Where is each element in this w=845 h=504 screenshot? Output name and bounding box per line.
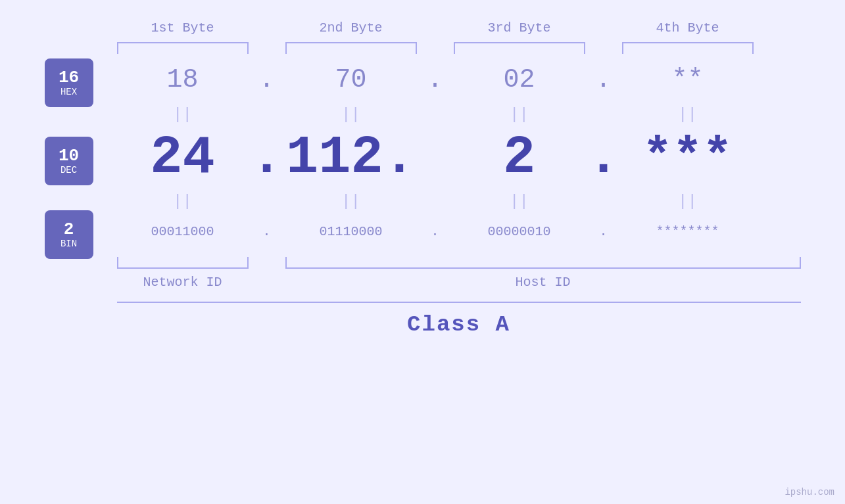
host-bottom-bracket [285, 257, 801, 269]
bin-b1: 00011000 [117, 224, 249, 239]
column-headers: 1st Byte 2nd Byte 3rd Byte 4th Byte [117, 13, 801, 55]
top-bracket-2 [285, 42, 417, 54]
hex-b3: 02 [454, 65, 585, 95]
hex-b2: 70 [285, 65, 417, 95]
eq1-b1: || [117, 106, 249, 124]
top-section: 1st Byte 2nd Byte 3rd Byte 4th Byte [45, 13, 801, 55]
dec-dot3: . [585, 127, 622, 189]
hex-b4: ** [622, 65, 754, 95]
bin-dot1: . [249, 224, 285, 239]
col1-header: 1st Byte [117, 13, 249, 42]
hex-badge-num: 16 [59, 68, 79, 87]
dec-row: 24 . 112. 2 . *** [117, 125, 801, 191]
bin-dot2: . [417, 224, 454, 239]
class-section: Class A [45, 302, 801, 337]
bin-b4: ******** [622, 224, 754, 239]
hex-badge: 16 HEX [45, 58, 93, 107]
eq2-b4: || [622, 193, 754, 210]
bottom-bracket-row [117, 257, 801, 270]
top-bracket-3 [454, 42, 585, 54]
top-bracket-4 [622, 42, 754, 54]
values-column: 18 . 70 . 02 . ** [117, 55, 801, 254]
network-id-label: Network ID [117, 275, 249, 290]
col3-header: 3rd Byte [454, 13, 585, 42]
header-labels-row: 1st Byte 2nd Byte 3rd Byte 4th Byte [117, 13, 801, 42]
eq1-spacer [45, 107, 117, 128]
badges-column: 16 HEX 10 DEC 2 BIN [45, 58, 117, 254]
eq1-b2: || [285, 106, 417, 124]
dec-badge-spacer: 10 DEC [45, 128, 117, 194]
eq1-b4: || [622, 106, 754, 124]
eq-row-2: || || || || [117, 191, 801, 212]
hex-dot3: . [585, 65, 622, 95]
dec-badge: 10 DEC [45, 137, 93, 185]
dec-b4: *** [622, 129, 754, 186]
eq2-b3: || [454, 193, 585, 210]
bottom-inner: Network ID Host ID [45, 257, 801, 294]
hex-dot1: . [249, 65, 285, 95]
bin-b2: 01110000 [285, 224, 417, 239]
bin-badge: 2 BIN [45, 210, 93, 259]
eq2-b1: || [117, 193, 249, 210]
bin-badge-spacer: 2 BIN [45, 215, 117, 254]
dec-b2: 112. [285, 127, 417, 189]
hex-badge-base: HEX [60, 87, 77, 97]
bin-badge-base: BIN [60, 239, 77, 249]
bin-row: 00011000 . 01110000 . 00000010 . [117, 212, 801, 251]
dec-badge-base: DEC [60, 165, 77, 175]
rows-wrapper: 16 HEX 10 DEC 2 BIN [45, 55, 801, 254]
class-area: Class A [117, 302, 801, 337]
eq-row-1: || || || || [117, 104, 801, 125]
dec-badge-num: 10 [59, 147, 79, 166]
dec-b3: 2 [454, 127, 585, 189]
bin-dot3: . [585, 224, 622, 239]
bin-b3: 00000010 [454, 224, 585, 239]
col4-header: 4th Byte [622, 13, 754, 42]
watermark: ipshu.com [785, 487, 834, 497]
col2-header: 2nd Byte [285, 13, 417, 42]
top-bracket-1 [117, 42, 249, 54]
eq1-b3: || [454, 106, 585, 124]
network-host-label-row: Network ID Host ID [117, 270, 801, 294]
bottom-section: Network ID Host ID [45, 257, 801, 294]
class-spacer [45, 302, 117, 337]
network-bottom-bracket [117, 257, 249, 269]
main-container: 1st Byte 2nd Byte 3rd Byte 4th Byte [0, 0, 845, 504]
bin-badge-num: 2 [64, 220, 74, 239]
class-a-label: Class A [407, 312, 510, 337]
bottom-brackets-area: Network ID Host ID [117, 257, 801, 294]
eq2-b2: || [285, 193, 417, 210]
hex-badge-spacer: 16 HEX [45, 58, 117, 107]
class-divider [117, 302, 801, 303]
host-id-label: Host ID [285, 275, 801, 290]
hex-row: 18 . 70 . 02 . ** [117, 55, 801, 104]
hex-dot2: . [417, 65, 454, 95]
top-brackets [117, 42, 801, 55]
dec-dot1: . [249, 127, 285, 189]
dec-b1: 24 [117, 127, 249, 189]
bottom-spacer [45, 257, 117, 294]
hex-b1: 18 [117, 65, 249, 95]
